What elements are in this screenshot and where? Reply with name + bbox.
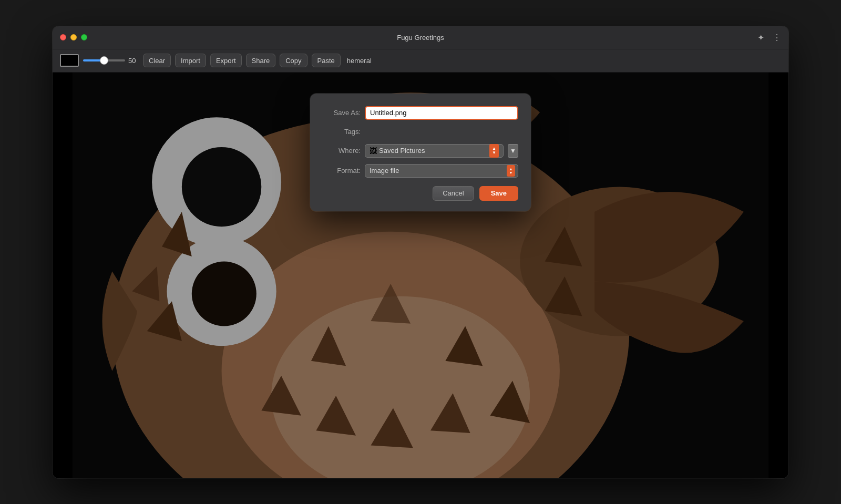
maximize-button[interactable] xyxy=(81,34,87,40)
copy-button[interactable]: Copy xyxy=(280,54,307,67)
dialog-overlay: Save As: Tags: Where: 🖼 Saved Pictures xyxy=(53,73,788,478)
where-row: Where: 🖼 Saved Pictures ▲ ▼ ▼ xyxy=(323,144,518,158)
brush-size-value: 50 xyxy=(128,57,139,65)
canvas-area[interactable]: Save As: Tags: Where: 🖼 Saved Pictures xyxy=(53,73,788,478)
window-title: Fugu Greetings xyxy=(397,34,444,42)
more-options-icon[interactable]: ⋮ xyxy=(773,33,781,43)
tags-label: Tags: xyxy=(323,128,361,136)
format-row: Format: Image file PNG JPEG ▲ ▼ xyxy=(323,164,518,178)
close-button[interactable] xyxy=(60,34,66,40)
share-button[interactable]: Share xyxy=(246,54,276,67)
dialog-buttons: Cancel Save xyxy=(323,186,518,201)
titlebar: Fugu Greetings ✦ ⋮ xyxy=(53,26,788,49)
save-as-label: Save As: xyxy=(323,109,361,117)
color-swatch[interactable] xyxy=(60,54,79,67)
save-dialog: Save As: Tags: Where: 🖼 Saved Pictures xyxy=(310,94,531,211)
ephemeral-label: hemeral xyxy=(347,57,372,65)
toolbar: 50 Clear Import Export Share Copy Paste … xyxy=(53,49,788,73)
where-stepper[interactable]: ▲ ▼ xyxy=(489,144,499,158)
clear-button[interactable]: Clear xyxy=(143,54,171,67)
format-select-wrapper: Image file PNG JPEG ▲ ▼ xyxy=(365,164,518,178)
expand-button[interactable]: ▼ xyxy=(508,144,518,158)
tags-input-area[interactable] xyxy=(365,126,518,138)
save-button[interactable]: Save xyxy=(479,186,518,201)
format-select[interactable]: Image file PNG JPEG xyxy=(365,164,518,178)
folder-icon: 🖼 xyxy=(370,147,377,155)
where-value: Saved Pictures xyxy=(379,147,487,155)
minimize-button[interactable] xyxy=(70,34,77,40)
import-button[interactable]: Import xyxy=(175,54,206,67)
where-selector[interactable]: 🖼 Saved Pictures ▲ ▼ xyxy=(365,144,504,158)
where-label: Where: xyxy=(323,147,361,155)
titlebar-actions: ✦ ⋮ xyxy=(757,33,781,43)
filename-input[interactable] xyxy=(365,106,518,120)
paste-button[interactable]: Paste xyxy=(312,54,341,67)
traffic-lights xyxy=(60,34,87,40)
cancel-button[interactable]: Cancel xyxy=(433,186,474,201)
save-as-row: Save As: xyxy=(323,106,518,120)
export-button[interactable]: Export xyxy=(210,54,242,67)
brush-size-control: 50 xyxy=(83,57,139,65)
extension-icon[interactable]: ✦ xyxy=(757,33,764,43)
app-window: Fugu Greetings ✦ ⋮ 50 Clear Import Expor… xyxy=(53,26,788,478)
format-label: Format: xyxy=(323,167,361,174)
brush-size-slider[interactable] xyxy=(83,59,125,61)
tags-row: Tags: xyxy=(323,126,518,138)
